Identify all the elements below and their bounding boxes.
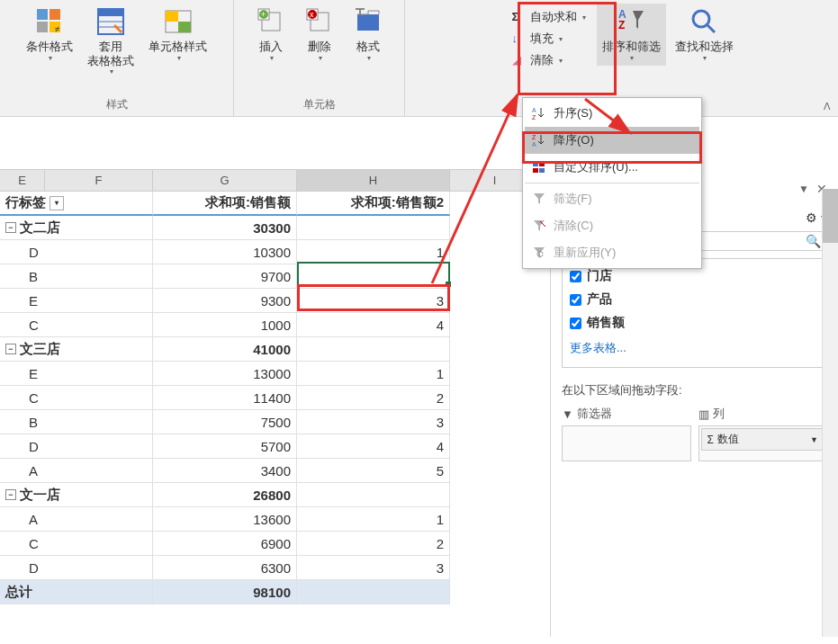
table-row: D103001 [0, 240, 540, 264]
row-label-cell[interactable]: B [0, 410, 153, 434]
row-v2-cell[interactable]: 5 [297, 459, 450, 483]
row-v2-cell[interactable]: 1 [297, 240, 450, 264]
row-label-cell[interactable]: D [0, 240, 153, 264]
menu-sort-desc[interactable]: ZA 降序(O) [525, 127, 699, 154]
row-v1-cell[interactable]: 13000 [153, 362, 297, 386]
dropdown-arrow-icon: ▾ [582, 13, 586, 22]
fill-button[interactable]: ↓填充▾ [509, 29, 590, 49]
col-header-F[interactable]: F [45, 170, 153, 191]
collapse-icon[interactable]: − [5, 489, 16, 500]
total-label[interactable]: 总计 [0, 580, 153, 604]
row-label-cell[interactable]: A [0, 459, 153, 483]
row-v1-cell[interactable]: 6900 [153, 532, 297, 556]
filter-area-box[interactable] [562, 425, 691, 461]
pivot-sum1-header[interactable]: 求和项:销售额 [153, 192, 297, 216]
row-v2-cell[interactable]: 3 [297, 289, 450, 313]
row-label-cell[interactable]: D [0, 434, 153, 459]
conditional-format-button[interactable]: ≠ 条件格式 ▾ [21, 4, 78, 79]
row-label-cell[interactable]: −文一店 [0, 483, 153, 507]
sort-filter-button[interactable]: AZ 排序和筛选 ▾ [597, 4, 666, 66]
row-v1-cell[interactable]: 7500 [153, 410, 297, 434]
table-row: −文三店41000 [0, 337, 540, 362]
row-label-cell[interactable]: E [0, 289, 153, 313]
insert-button[interactable]: + 插入 ▾ [248, 4, 293, 66]
find-select-button[interactable]: 查找和选择 ▾ [670, 4, 739, 66]
pivot-row-label-header[interactable]: 行标签▾ [0, 192, 153, 216]
delete-button[interactable]: x 删除 ▾ [297, 4, 342, 66]
row-label-cell[interactable]: −文二店 [0, 216, 153, 240]
row-label-cell[interactable]: C [0, 532, 153, 556]
row-label-cell[interactable]: −文三店 [0, 337, 153, 362]
col-header-G[interactable]: G [153, 170, 297, 191]
column-headers: E F G H I [0, 169, 540, 192]
collapse-icon[interactable]: − [5, 222, 16, 233]
format-label: 格式 [356, 40, 380, 54]
filter-dropdown-icon[interactable]: ▾ [50, 196, 64, 210]
row-v2-cell[interactable] [297, 483, 450, 507]
field-checkbox[interactable] [570, 318, 581, 329]
row-v1-cell[interactable]: 13600 [153, 507, 297, 532]
svg-rect-6 [98, 9, 123, 16]
columns-area-box[interactable]: Σ数值▼ [698, 425, 828, 461]
fill-handle[interactable] [446, 282, 451, 287]
row-v2-cell[interactable]: 4 [297, 313, 450, 337]
row-v1-cell[interactable]: 30300 [153, 216, 297, 240]
field-checkbox[interactable] [570, 294, 581, 306]
row-v2-cell[interactable]: 4 [297, 434, 450, 459]
row-label-text: E [29, 366, 38, 381]
ribbon: ≠ 条件格式 ▾ 套用 表格格式 ▾ 单元格样式 ▾ 样式 + 插入 ▾ [0, 0, 838, 117]
selected-cell[interactable] [297, 262, 450, 286]
more-tables-link[interactable]: 更多表格... [568, 335, 821, 362]
row-v2-cell[interactable] [297, 337, 450, 362]
sort-filter-label: 排序和筛选 [602, 40, 661, 54]
field-checkbox[interactable] [570, 271, 581, 282]
pivot-sum2-header[interactable]: 求和项:销售额2 [297, 192, 450, 216]
row-v2-cell[interactable] [297, 216, 450, 240]
col-header-H[interactable]: H [297, 170, 450, 191]
values-item[interactable]: Σ数值▼ [701, 428, 825, 451]
row-v1-cell[interactable]: 10300 [153, 240, 297, 264]
cell-style-button[interactable]: 单元格样式 ▾ [143, 4, 212, 79]
svg-rect-1 [50, 9, 60, 20]
row-label-cell[interactable]: B [0, 264, 153, 289]
collapse-icon[interactable]: − [5, 344, 16, 354]
row-v1-cell[interactable]: 5700 [153, 434, 297, 459]
row-v2-cell[interactable]: 1 [297, 507, 450, 532]
format-button[interactable]: 格式 ▾ [346, 4, 391, 66]
row-v1-cell[interactable]: 11400 [153, 386, 297, 410]
menu-custom-sort[interactable]: 自定义排序(U)... [525, 154, 699, 181]
row-v1-cell[interactable]: 9700 [153, 264, 297, 289]
field-item[interactable]: 销售额 [568, 311, 821, 335]
panel-dropdown-icon[interactable]: ▼ [798, 183, 809, 195]
row-v1-cell[interactable]: 3400 [153, 459, 297, 483]
row-v1-cell[interactable]: 26800 [153, 483, 297, 507]
menu-sort-asc[interactable]: AZ 升序(S) [525, 100, 699, 127]
row-v2-cell[interactable]: 3 [297, 556, 450, 580]
row-v1-cell[interactable]: 1000 [153, 313, 297, 337]
ribbon-collapse-icon[interactable]: ᐱ [824, 101, 831, 112]
clear-button[interactable]: ◢清除▾ [509, 50, 590, 70]
fields-scrollbar[interactable] [822, 258, 827, 368]
conditional-format-icon: ≠ [35, 7, 64, 36]
svg-rect-0 [37, 9, 48, 20]
row-label-text: 文三店 [20, 341, 60, 358]
row-label-cell[interactable]: C [0, 386, 153, 410]
row-v2-cell[interactable]: 3 [297, 410, 450, 434]
field-label: 产品 [587, 291, 612, 308]
row-v1-cell[interactable]: 6300 [153, 556, 297, 580]
total-v1[interactable]: 98100 [153, 580, 297, 604]
row-label-cell[interactable]: E [0, 362, 153, 386]
col-header-E[interactable]: E [0, 170, 45, 191]
field-item[interactable]: 产品 [568, 288, 821, 311]
row-label-cell[interactable]: C [0, 313, 153, 337]
table-format-button[interactable]: 套用 表格格式 ▾ [82, 4, 140, 79]
total-v2[interactable] [297, 580, 450, 604]
row-v2-cell[interactable]: 1 [297, 362, 450, 386]
row-v1-cell[interactable]: 41000 [153, 337, 297, 362]
autosum-button[interactable]: Σ自动求和▾ [509, 7, 590, 27]
row-v2-cell[interactable]: 2 [297, 386, 450, 410]
row-label-cell[interactable]: A [0, 507, 153, 532]
row-v2-cell[interactable]: 2 [297, 532, 450, 556]
row-v1-cell[interactable]: 9300 [153, 289, 297, 313]
row-label-cell[interactable]: D [0, 556, 153, 580]
